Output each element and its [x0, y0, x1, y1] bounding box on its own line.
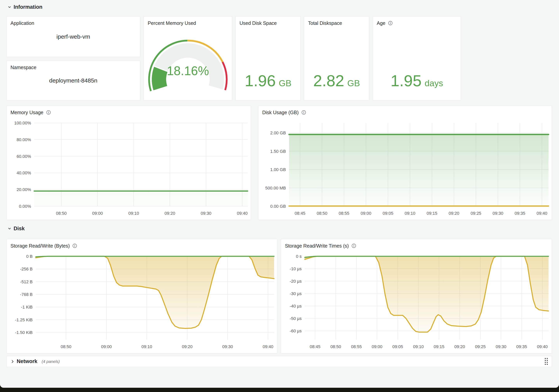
svg-text:08:55: 08:55: [351, 344, 362, 349]
panel-title[interactable]: Percent Memory Used: [144, 17, 232, 28]
svg-text:09:30: 09:30: [201, 211, 211, 216]
section-row-information[interactable]: Information: [7, 3, 43, 11]
storage-times-chart[interactable]: 08:4508:5008:5509:0009:0509:1009:1509:20…: [281, 251, 552, 353]
svg-text:09:05: 09:05: [382, 211, 393, 216]
chevron-down-icon: [7, 5, 12, 9]
stat-number: 2.82: [313, 70, 344, 92]
drag-handle-icon[interactable]: [545, 358, 548, 365]
svg-text:09:30: 09:30: [222, 344, 233, 349]
section-row-network[interactable]: Network (4 panels): [6, 356, 552, 367]
stat-unit: GB: [279, 78, 291, 88]
panel-title-label: Used Disk Space: [240, 20, 277, 26]
panel-title-label: Age: [377, 20, 385, 26]
panel-age: Age 1.95 days: [373, 16, 461, 101]
svg-text:500.00 MB: 500.00 MB: [265, 186, 286, 190]
svg-text:100.00%: 100.00%: [14, 121, 31, 125]
svg-text:-512 B: -512 B: [20, 279, 33, 284]
svg-text:0 B: 0 B: [26, 254, 33, 259]
svg-text:20.00%: 20.00%: [17, 187, 31, 192]
svg-text:09:20: 09:20: [448, 211, 459, 216]
svg-text:1.50 GB: 1.50 GB: [270, 149, 286, 154]
svg-text:-1 KiB: -1 KiB: [21, 305, 33, 309]
panel-title-label: Percent Memory Used: [148, 20, 196, 26]
svg-text:09:05: 09:05: [392, 344, 403, 349]
svg-text:0.00 GB: 0.00 GB: [270, 204, 286, 209]
grafana-dashboard: Information Application iperf-web-vm Nam…: [0, 0, 559, 388]
svg-text:09:30: 09:30: [493, 211, 503, 216]
panel-title[interactable]: Storage Read/Write (Bytes): [7, 239, 277, 251]
age-value: 1.95 days: [373, 70, 461, 92]
panel-storage-bytes: Storage Read/Write (Bytes) 08:5009:0009:…: [6, 239, 277, 353]
memory-usage-chart[interactable]: 08:5009:0009:1009:2009:3009:400.00%20.00…: [7, 117, 251, 220]
svg-text:09:00: 09:00: [361, 211, 371, 216]
svg-text:09:25: 09:25: [471, 211, 481, 216]
info-icon[interactable]: [352, 243, 356, 248]
panel-title-label: Total Diskspace: [308, 20, 342, 26]
section-row-disk[interactable]: Disk: [7, 224, 25, 233]
svg-text:-20 µs: -20 µs: [289, 279, 302, 284]
panel-title[interactable]: Used Disk Space: [236, 17, 300, 28]
stat-unit: GB: [347, 78, 360, 88]
info-icon[interactable]: [301, 110, 306, 115]
application-value: iperf-web-vm: [7, 17, 140, 57]
svg-text:09:40: 09:40: [237, 211, 248, 216]
info-icon[interactable]: [46, 110, 51, 115]
panel-title-label: Memory Usage: [10, 110, 44, 115]
svg-text:09:20: 09:20: [454, 344, 465, 349]
svg-text:09:00: 09:00: [92, 211, 103, 216]
panel-title[interactable]: Disk Usage (GB): [258, 106, 552, 117]
panel-title[interactable]: Total Diskspace: [304, 17, 369, 28]
panel-title[interactable]: Age: [373, 17, 461, 28]
svg-text:09:00: 09:00: [101, 344, 112, 349]
svg-text:08:50: 08:50: [330, 344, 341, 349]
svg-text:09:10: 09:10: [141, 344, 152, 349]
info-icon[interactable]: [72, 243, 77, 248]
panel-title[interactable]: Storage Read/Write Times (s): [281, 239, 552, 251]
svg-text:09:20: 09:20: [182, 344, 193, 349]
svg-text:0.00%: 0.00%: [19, 204, 31, 209]
namespace-value: deployment-8485n: [7, 61, 140, 100]
svg-text:-1.50 KiB: -1.50 KiB: [15, 330, 33, 335]
panel-title-label: Disk Usage (GB): [262, 110, 299, 115]
section-label: Disk: [14, 226, 25, 232]
stat-number: 1.95: [391, 70, 422, 92]
stat-unit: days: [425, 78, 443, 88]
panel-title-label: Storage Read/Write (Bytes): [10, 243, 70, 249]
svg-text:-50 µs: -50 µs: [289, 316, 302, 321]
svg-text:09:35: 09:35: [516, 344, 527, 349]
panel-application: Application iperf-web-vm: [6, 16, 140, 57]
disk-usage-chart[interactable]: 08:4508:5008:5509:0009:0509:1009:1509:20…: [258, 117, 552, 220]
stat-number: 1.96: [245, 70, 276, 92]
panel-storage-times: Storage Read/Write Times (s) 08:4508:500…: [281, 239, 552, 353]
panel-title-label: Storage Read/Write Times (s): [285, 243, 349, 249]
panel-title[interactable]: Memory Usage: [7, 106, 251, 117]
svg-text:2.00 GB: 2.00 GB: [270, 131, 286, 135]
svg-text:09:40: 09:40: [537, 344, 548, 349]
svg-text:09:15: 09:15: [434, 344, 444, 349]
svg-text:09:10: 09:10: [413, 344, 424, 349]
panel-namespace: Namespace deployment-8485n: [6, 61, 140, 101]
svg-text:-768 B: -768 B: [20, 292, 33, 297]
svg-text:0 s: 0 s: [296, 254, 302, 259]
svg-text:09:25: 09:25: [475, 344, 486, 349]
storage-bytes-chart[interactable]: 08:5009:0009:1009:2009:3009:400 B-256 B-…: [7, 251, 277, 353]
info-icon[interactable]: [388, 21, 393, 25]
used-disk-value: 1.96 GB: [236, 70, 300, 92]
svg-text:-30 µs: -30 µs: [289, 291, 302, 296]
svg-text:-256 B: -256 B: [20, 267, 33, 271]
svg-text:08:50: 08:50: [317, 211, 327, 216]
svg-text:40.00%: 40.00%: [17, 170, 31, 175]
panel-total-diskspace: Total Diskspace 2.82 GB: [304, 16, 369, 101]
section-label: Information: [14, 4, 43, 10]
gauge-value: 18.16%: [144, 65, 232, 77]
svg-text:-60 µs: -60 µs: [289, 328, 302, 333]
svg-text:-1.25 KiB: -1.25 KiB: [15, 317, 33, 322]
panel-count: (4 panels): [42, 359, 60, 364]
panel-disk-usage: Disk Usage (GB) 08:4508:5008:5509:0009:0…: [258, 106, 552, 220]
svg-text:08:55: 08:55: [339, 211, 349, 216]
panel-used-disk-space: Used Disk Space 1.96 GB: [235, 16, 301, 101]
svg-text:09:15: 09:15: [427, 211, 437, 216]
chevron-down-icon: [7, 226, 12, 231]
svg-text:-40 µs: -40 µs: [289, 304, 302, 308]
svg-text:09:10: 09:10: [405, 211, 415, 216]
